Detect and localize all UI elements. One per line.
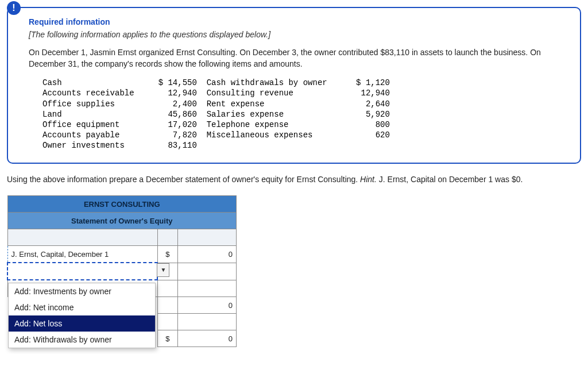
dropdown-option[interactable]: Add: Withdrawals by owner bbox=[9, 332, 155, 348]
dropdown-menu: Add: Investments by ownerAdd: Net income… bbox=[8, 283, 156, 348]
dollar-sign-cell: $ bbox=[157, 246, 177, 263]
dropdown-active-cell[interactable]: ▼ bbox=[7, 263, 157, 280]
dropdown-option[interactable]: Add: Net loss bbox=[9, 315, 155, 332]
worksheet-cell[interactable] bbox=[178, 314, 237, 330]
worksheet-cell[interactable] bbox=[157, 229, 177, 246]
worksheet-company-header: ERNST CONSULTING bbox=[7, 196, 237, 213]
worksheet-cell[interactable] bbox=[178, 263, 237, 280]
subtotal-cell[interactable]: 0 bbox=[178, 297, 237, 314]
worksheet-cell[interactable] bbox=[157, 314, 177, 330]
dropdown-option[interactable]: Add: Investments by owner bbox=[9, 283, 155, 299]
instruction-part-b: J. Ernst, Capital on December 1 was $0. bbox=[377, 175, 523, 184]
worksheet-cell[interactable] bbox=[157, 297, 177, 314]
capital-label-cell[interactable]: J. Ernst, Capital, December 1 bbox=[7, 246, 157, 263]
worksheet-cell[interactable] bbox=[178, 229, 237, 246]
required-info-title: Required information bbox=[29, 17, 566, 26]
required-info-subtitle: [The following information applies to th… bbox=[29, 30, 566, 39]
dropdown-option[interactable]: Add: Net income bbox=[9, 299, 155, 315]
total-cell[interactable]: 0 bbox=[178, 330, 237, 347]
dropdown-arrow-icon[interactable]: ▼ bbox=[157, 263, 169, 277]
worksheet-cell[interactable] bbox=[157, 280, 177, 297]
dollar-sign-cell: $ bbox=[157, 330, 177, 347]
instruction-part-a: Using the above information prepare a De… bbox=[7, 175, 360, 184]
hint-label: Hint. bbox=[360, 175, 377, 184]
instruction-text: Using the above information prepare a De… bbox=[7, 174, 581, 186]
ledger-table: Cash $ 14,550 Cash withdrawals by owner … bbox=[29, 78, 566, 151]
worksheet-statement-header: Statement of Owner's Equity bbox=[7, 213, 237, 229]
worksheet-cell[interactable] bbox=[178, 280, 237, 297]
required-info-box: ! Required information [The following in… bbox=[7, 7, 581, 164]
capital-amount-cell[interactable]: 0 bbox=[178, 246, 237, 263]
alert-icon: ! bbox=[7, 1, 21, 15]
worksheet-cell[interactable] bbox=[7, 229, 157, 246]
scenario-paragraph: On December 1, Jasmin Ernst organized Er… bbox=[29, 47, 566, 70]
